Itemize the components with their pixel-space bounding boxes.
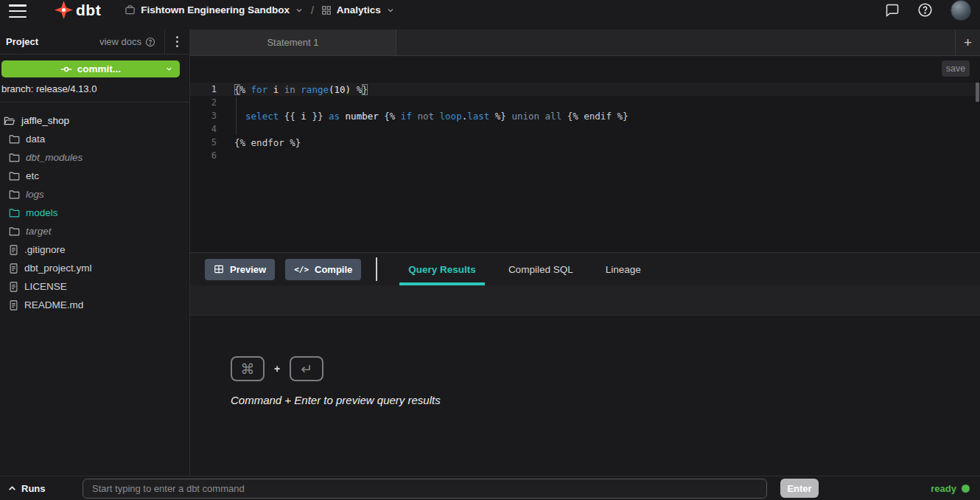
tree-item-label: dbt_project.yml xyxy=(24,263,92,274)
editor-toolbar: save xyxy=(190,56,980,81)
grid-icon xyxy=(321,5,332,15)
line-number: 1 xyxy=(190,84,223,94)
compile-button-label: Compile xyxy=(315,264,352,275)
branch-label: branch: release/4.13.0 xyxy=(1,83,189,94)
code-editor[interactable]: 1{% for i in range(10) %}23 select {{ i … xyxy=(190,81,980,252)
view-docs-label: view docs xyxy=(99,36,141,47)
tree-item-dbt-project-yml[interactable]: dbt_project.yml xyxy=(0,259,189,277)
tree-item-etc[interactable]: etc xyxy=(0,167,189,185)
tab-query-results[interactable]: Query Results xyxy=(408,253,476,285)
sidebar-header: Project view docs xyxy=(0,29,189,55)
editor-tab-label: Statement 1 xyxy=(267,37,318,48)
tree-item-label: LICENSE xyxy=(24,281,67,292)
code-line-4[interactable]: 4 xyxy=(190,122,980,136)
file-tree: jaffle_shopdatadbt_modulesetclogsmodelst… xyxy=(0,103,189,476)
tree-item-readme-md[interactable]: README.md xyxy=(0,296,189,314)
results-tabs: Query Results Compiled SQL Lineage xyxy=(392,253,657,285)
tab-bar-spacer xyxy=(396,29,955,55)
commit-button[interactable]: commit... xyxy=(1,60,180,77)
results-header-strip xyxy=(190,285,980,316)
tree-item-label: dbt_modules xyxy=(26,152,83,163)
help-icon[interactable] xyxy=(917,2,933,18)
tree-item-jaffle-shop[interactable]: jaffle_shop xyxy=(0,111,189,130)
preview-button-label: Preview xyxy=(230,264,266,275)
view-docs-link[interactable]: view docs xyxy=(99,36,155,47)
dbt-command-input[interactable] xyxy=(83,479,767,499)
git-commit-icon xyxy=(60,65,72,74)
tree-item-label: .gitignore xyxy=(24,244,66,255)
line-number: 2 xyxy=(190,97,223,108)
git-section: commit... branch: release/4.13.0 xyxy=(0,55,189,103)
tab-label: Compiled SQL xyxy=(508,264,573,275)
line-number: 4 xyxy=(190,124,223,134)
tree-item-models[interactable]: models xyxy=(0,204,189,222)
help-circle-icon xyxy=(145,37,155,47)
code-line-3[interactable]: 3 select {{ i }} as number {% if not loo… xyxy=(190,109,980,122)
chevron-down-icon xyxy=(386,6,395,15)
plus-sign: + xyxy=(274,363,280,375)
new-tab-button[interactable]: + xyxy=(955,29,980,55)
chat-icon[interactable] xyxy=(885,3,900,18)
chevron-down-icon xyxy=(295,6,304,15)
tree-item-label: etc xyxy=(26,170,39,181)
enter-key-icon: ↵ xyxy=(290,356,323,381)
code-text: select {{ i }} as number {% if not loop.… xyxy=(223,111,629,122)
tree-item-logs[interactable]: logs xyxy=(0,185,189,204)
code-line-5[interactable]: 5{% endfor %} xyxy=(190,136,980,149)
line-number: 5 xyxy=(190,137,223,147)
folder-open-icon xyxy=(4,116,15,126)
tree-item-label: data xyxy=(26,133,45,145)
code-icon: </> xyxy=(294,265,309,274)
tree-item-label: README.md xyxy=(24,299,83,310)
editor-pane: Statement 1 + save 1{% for i in range(10… xyxy=(190,29,980,476)
status-indicator: ready xyxy=(931,483,973,494)
tree-item-dbt-modules[interactable]: dbt_modules xyxy=(0,148,189,167)
toolbar-divider xyxy=(376,257,377,281)
dbt-logo-text: dbt xyxy=(76,1,101,19)
editor-scrollbar[interactable] xyxy=(976,83,979,102)
tree-item-license[interactable]: LICENSE xyxy=(0,277,189,296)
file-icon xyxy=(9,300,18,310)
file-icon xyxy=(9,245,18,255)
sidebar-menu-icon[interactable] xyxy=(165,29,189,54)
results-toolbar: Preview </> Compile Query Results Compil… xyxy=(190,252,980,285)
hamburger-menu-icon[interactable] xyxy=(9,4,27,18)
tab-lineage[interactable]: Lineage xyxy=(606,253,641,285)
code-text: {% for i in range(10) %} xyxy=(223,84,368,95)
account-name: Fishtown Engineering Sandbox xyxy=(141,4,290,15)
status-label: ready xyxy=(931,483,956,494)
compile-button[interactable]: </> Compile xyxy=(285,259,361,280)
command-bar: Runs Enter ready xyxy=(0,476,980,500)
table-icon xyxy=(214,264,224,274)
folder-icon xyxy=(9,153,20,162)
user-avatar[interactable] xyxy=(951,0,971,21)
code-text: {% endfor %} xyxy=(223,137,301,148)
editor-tab-bar: Statement 1 + xyxy=(190,29,980,56)
code-lines: 1{% for i in range(10) %}23 select {{ i … xyxy=(190,83,980,162)
editor-tab-statement-1[interactable]: Statement 1 xyxy=(190,29,396,55)
keyboard-hint: ⌘ + ↵ xyxy=(231,356,980,381)
project-selector[interactable]: Analytics xyxy=(321,4,395,15)
tree-item-target[interactable]: target xyxy=(0,222,189,240)
tab-compiled-sql[interactable]: Compiled SQL xyxy=(508,253,573,285)
briefcase-icon xyxy=(125,4,136,15)
tab-label: Lineage xyxy=(606,264,641,275)
preview-button[interactable]: Preview xyxy=(205,259,275,280)
save-button[interactable]: save xyxy=(942,60,970,77)
line-number: 3 xyxy=(190,111,223,121)
dbt-logo: dbt xyxy=(55,1,101,19)
account-selector[interactable]: Fishtown Engineering Sandbox xyxy=(125,4,304,15)
tree-item-label: models xyxy=(26,207,58,218)
hint-text: Command + Enter to preview query results xyxy=(231,394,980,406)
folder-icon xyxy=(9,226,20,236)
runs-toggle[interactable]: Runs xyxy=(7,483,83,494)
project-sidebar: Project view docs commit... xyxy=(0,29,190,476)
code-line-6[interactable]: 6 xyxy=(190,149,980,162)
code-line-1[interactable]: 1{% for i in range(10) %} xyxy=(190,83,980,96)
tree-item--gitignore[interactable]: .gitignore xyxy=(0,240,189,259)
indent-guide xyxy=(236,97,237,135)
tree-item-data[interactable]: data xyxy=(0,130,189,148)
code-line-2[interactable]: 2 xyxy=(190,96,980,109)
enter-button[interactable]: Enter xyxy=(780,479,819,498)
tree-item-label: logs xyxy=(26,189,44,200)
